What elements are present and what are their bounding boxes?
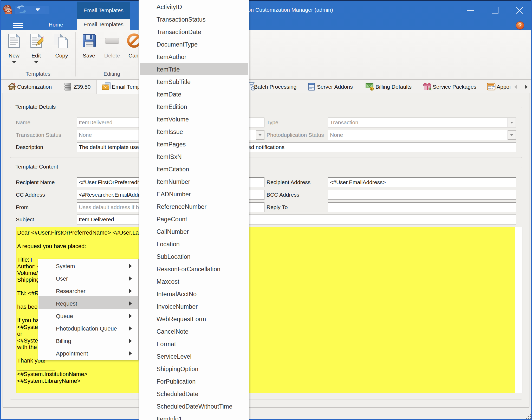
svg-text:$: $ xyxy=(371,87,373,90)
